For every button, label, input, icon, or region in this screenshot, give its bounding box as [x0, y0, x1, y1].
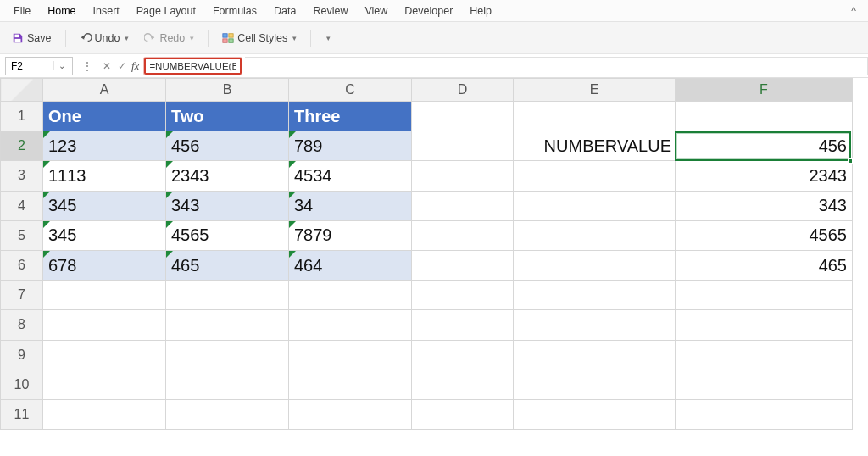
- cell-A11[interactable]: [43, 399, 166, 429]
- row-8[interactable]: 8: [1, 310, 43, 340]
- cell-F8[interactable]: [676, 310, 853, 340]
- cell-A10[interactable]: [43, 370, 166, 399]
- cell-C6[interactable]: 464: [289, 250, 412, 280]
- cell-F6[interactable]: 465: [676, 250, 853, 280]
- chevron-down-icon[interactable]: ▾: [291, 34, 297, 42]
- cell-D8[interactable]: [412, 310, 514, 340]
- cell-B2[interactable]: 456: [166, 131, 289, 161]
- formula-bar-handle[interactable]: ⋮: [76, 59, 99, 73]
- cell-E5[interactable]: [514, 220, 676, 250]
- redo-button[interactable]: Redo ▾: [139, 30, 199, 47]
- cell-A8[interactable]: [43, 310, 166, 340]
- row-5[interactable]: 5: [1, 220, 43, 250]
- cell-C3[interactable]: 4534: [289, 161, 412, 191]
- cell-F10[interactable]: [676, 370, 853, 399]
- cell-F2[interactable]: 456: [676, 131, 853, 161]
- cell-C5[interactable]: 7879: [289, 220, 412, 250]
- insert-function-button[interactable]: fx: [130, 59, 144, 73]
- cell-B9[interactable]: [166, 340, 289, 370]
- cell-F4[interactable]: 343: [676, 191, 853, 220]
- undo-button[interactable]: Undo ▾: [75, 30, 135, 47]
- cell-D2[interactable]: [412, 131, 514, 161]
- tab-data[interactable]: Data: [265, 2, 304, 20]
- cell-F1[interactable]: [676, 102, 853, 131]
- row-3[interactable]: 3: [1, 161, 43, 191]
- chevron-down-icon[interactable]: ⌄: [53, 61, 69, 70]
- select-all-corner[interactable]: [1, 79, 43, 102]
- tab-insert[interactable]: Insert: [85, 2, 128, 20]
- row-7[interactable]: 7: [1, 281, 43, 310]
- cell-B8[interactable]: [166, 310, 289, 340]
- cell-A3[interactable]: 1113: [43, 161, 166, 191]
- col-A[interactable]: A: [43, 79, 166, 102]
- row-10[interactable]: 10: [1, 370, 43, 399]
- cell-E2[interactable]: NUMBERVALUE: [514, 131, 676, 161]
- tab-formulas[interactable]: Formulas: [204, 2, 265, 20]
- cell-A5[interactable]: 345: [43, 220, 166, 250]
- cell-A7[interactable]: [43, 281, 166, 310]
- cell-B5[interactable]: 4565: [166, 220, 289, 250]
- cell-B1[interactable]: Two: [166, 102, 289, 131]
- cell-C8[interactable]: [289, 310, 412, 340]
- cell-B11[interactable]: [166, 399, 289, 429]
- cell-F9[interactable]: [676, 340, 853, 370]
- formula-input[interactable]: =NUMBERVALUE(B2): [149, 61, 236, 71]
- tab-page-layout[interactable]: Page Layout: [128, 2, 204, 20]
- qat-overflow-button[interactable]: ▾: [320, 31, 336, 45]
- formula-enter-button[interactable]: ✓: [114, 57, 130, 75]
- formula-bar-extension[interactable]: [245, 57, 868, 75]
- cell-A2[interactable]: 123: [43, 131, 166, 161]
- cell-F11[interactable]: [676, 399, 853, 429]
- tab-review[interactable]: Review: [304, 2, 356, 20]
- collapse-ribbon-button[interactable]: ^: [844, 2, 863, 20]
- cell-B10[interactable]: [166, 370, 289, 399]
- cell-styles-button[interactable]: Cell Styles ▾: [217, 30, 302, 47]
- cell-C2[interactable]: 789: [289, 131, 412, 161]
- row-11[interactable]: 11: [1, 399, 43, 429]
- cell-E11[interactable]: [514, 399, 676, 429]
- cell-D4[interactable]: [412, 191, 514, 220]
- name-box-input[interactable]: [6, 60, 53, 72]
- cell-C4[interactable]: 34: [289, 191, 412, 220]
- cell-F7[interactable]: [676, 281, 853, 310]
- name-box[interactable]: ⌄: [5, 57, 73, 75]
- cell-D9[interactable]: [412, 340, 514, 370]
- col-B[interactable]: B: [166, 79, 289, 102]
- row-9[interactable]: 9: [1, 340, 43, 370]
- cell-C10[interactable]: [289, 370, 412, 399]
- cell-D5[interactable]: [412, 220, 514, 250]
- cell-A1[interactable]: One: [43, 102, 166, 131]
- cell-C7[interactable]: [289, 281, 412, 310]
- chevron-down-icon[interactable]: ▾: [123, 34, 129, 42]
- tab-developer[interactable]: Developer: [396, 2, 461, 20]
- cell-D10[interactable]: [412, 370, 514, 399]
- cell-E6[interactable]: [514, 250, 676, 280]
- cell-D1[interactable]: [412, 102, 514, 131]
- tab-help[interactable]: Help: [461, 2, 500, 20]
- tab-file[interactable]: File: [5, 2, 39, 20]
- cell-E8[interactable]: [514, 310, 676, 340]
- cell-B6[interactable]: 465: [166, 250, 289, 280]
- cell-C1[interactable]: Three: [289, 102, 412, 131]
- cell-F3[interactable]: 2343: [676, 161, 853, 191]
- chevron-down-icon[interactable]: ▾: [188, 34, 194, 42]
- cell-E4[interactable]: [514, 191, 676, 220]
- cell-B4[interactable]: 343: [166, 191, 289, 220]
- cell-C9[interactable]: [289, 340, 412, 370]
- row-1[interactable]: 1: [1, 102, 43, 131]
- col-D[interactable]: D: [412, 79, 514, 102]
- col-F[interactable]: F: [676, 79, 853, 102]
- formula-cancel-button[interactable]: ✕: [99, 57, 114, 75]
- cell-E9[interactable]: [514, 340, 676, 370]
- cell-B3[interactable]: 2343: [166, 161, 289, 191]
- cell-A9[interactable]: [43, 340, 166, 370]
- tab-view[interactable]: View: [356, 2, 396, 20]
- cell-F5[interactable]: 4565: [676, 220, 853, 250]
- save-button[interactable]: Save: [7, 30, 57, 47]
- tab-home[interactable]: Home: [39, 2, 84, 20]
- cell-E1[interactable]: [514, 102, 676, 131]
- row-2[interactable]: 2: [1, 131, 43, 161]
- col-E[interactable]: E: [514, 79, 676, 102]
- cell-D7[interactable]: [412, 281, 514, 310]
- cell-E10[interactable]: [514, 370, 676, 399]
